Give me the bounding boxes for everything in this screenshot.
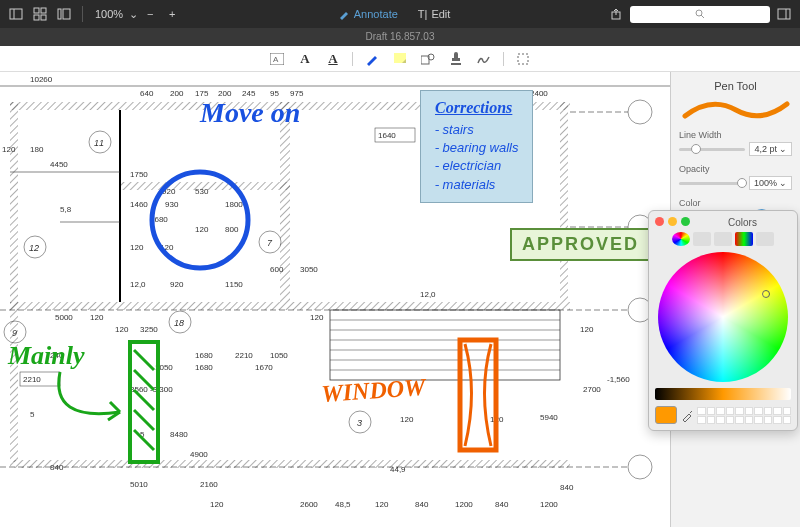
shapes-tool-icon[interactable] [419,50,437,68]
stamp-tool-icon[interactable] [447,50,465,68]
zoom-out-button[interactable]: − [140,4,160,24]
color-history-grid[interactable] [697,407,791,424]
svg-text:1640: 1640 [378,131,396,140]
approved-stamp[interactable]: APPROVED [510,228,651,261]
svg-text:2210: 2210 [235,351,253,360]
svg-text:1680: 1680 [195,351,213,360]
svg-text:18: 18 [174,318,184,328]
svg-text:840: 840 [415,500,429,509]
svg-text:1200: 1200 [455,500,473,509]
svg-text:120: 120 [2,145,16,154]
opacity-value[interactable]: 100%⌄ [749,176,792,190]
text-tool-icon[interactable]: A [296,50,314,68]
edit-tab[interactable]: T| Edit [410,6,459,22]
panel-toggle-icon[interactable] [774,4,794,24]
selection-tool-icon[interactable] [514,50,532,68]
svg-text:5010: 5010 [130,480,148,489]
color-wheel[interactable] [658,252,788,382]
svg-line-10 [701,15,704,18]
svg-text:640: 640 [140,89,154,98]
svg-text:200: 200 [170,89,184,98]
sliders-tab-icon[interactable] [693,232,711,246]
share-icon[interactable] [606,4,626,24]
document-title: Draft 16.857.03 [0,28,800,46]
svg-text:600: 600 [270,265,284,274]
move-on-annotation[interactable]: Move on [199,97,300,128]
minimize-icon[interactable] [668,217,677,226]
svg-text:1150: 1150 [225,280,243,289]
colorpicker-tabs [655,232,791,246]
svg-text:3250: 3250 [140,325,158,334]
text-box-icon[interactable]: A [268,50,286,68]
svg-text:920: 920 [170,280,184,289]
svg-text:3: 3 [357,418,362,428]
svg-text:1460: 1460 [130,200,148,209]
svg-text:840: 840 [50,463,64,472]
note-title: Corrections [435,99,518,117]
current-color-swatch[interactable] [655,406,677,424]
svg-text:2210: 2210 [23,375,41,384]
svg-text:8480: 8480 [170,430,188,439]
svg-text:840: 840 [560,483,574,492]
text-cursor-icon: T| [418,8,428,20]
zoom-in-button[interactable]: + [162,4,182,24]
svg-text:120: 120 [130,243,144,252]
signature-tool-icon[interactable] [475,50,493,68]
pen-tool-icon[interactable] [363,50,381,68]
zoom-icon[interactable] [681,217,690,226]
svg-text:10260: 10260 [30,75,53,84]
svg-text:48,5: 48,5 [335,500,351,509]
color-picker-window[interactable]: Colors [648,210,798,431]
chevron-down-icon[interactable]: ⌄ [129,8,138,21]
note-tool-icon[interactable] [391,50,409,68]
svg-text:120: 120 [90,313,104,322]
note-item: - stairs [435,121,518,139]
svg-text:120: 120 [195,225,209,234]
palette-tab-icon[interactable] [714,232,732,246]
pencils-tab-icon[interactable] [756,232,774,246]
chevron-down-icon: ⌄ [779,178,787,188]
close-icon[interactable] [655,217,664,226]
svg-text:120: 120 [310,313,324,322]
mainly-annotation[interactable]: Mainly [7,341,85,370]
wheel-tab-icon[interactable] [672,232,690,246]
svg-rect-18 [518,54,528,64]
svg-text:120: 120 [115,325,129,334]
svg-text:1680: 1680 [195,363,213,372]
svg-text:44,9: 44,9 [390,465,406,474]
svg-text:530: 530 [195,187,209,196]
svg-text:5,8: 5,8 [60,205,72,214]
line-width-slider[interactable] [679,148,745,151]
svg-text:3560: 3560 [130,385,148,394]
opacity-slider[interactable] [679,182,745,185]
svg-text:5: 5 [30,410,35,419]
spectrum-tab-icon[interactable] [735,232,753,246]
brightness-slider[interactable] [655,388,791,400]
grid-view-icon[interactable] [30,4,50,24]
eyedropper-icon[interactable] [681,408,693,422]
thumbnails-icon[interactable] [54,4,74,24]
color-cursor[interactable] [762,290,770,298]
line-width-value[interactable]: 4,2 pt⌄ [749,142,792,156]
search-input[interactable] [630,6,770,23]
svg-rect-6 [58,9,61,19]
svg-rect-5 [41,15,46,20]
corrections-note[interactable]: Corrections - stairs - bearing walls - e… [420,90,533,203]
underline-text-icon[interactable]: A [324,50,342,68]
zoom-value[interactable]: 100% [91,8,127,20]
line-width-label: Line Width [679,130,792,140]
annotate-tab[interactable]: Annotate [330,6,406,22]
opacity-label: Opacity [679,164,792,174]
note-item: - bearing walls [435,139,518,157]
svg-rect-0 [10,9,22,19]
svg-text:180: 180 [30,145,44,154]
svg-text:A: A [273,55,279,64]
svg-text:840: 840 [495,500,509,509]
svg-text:1800: 1800 [225,200,243,209]
sidebar-toggle-icon[interactable] [6,4,26,24]
svg-text:9: 9 [12,328,17,338]
svg-rect-35 [10,302,570,310]
svg-text:-1,560: -1,560 [607,375,630,384]
document-canvas[interactable]: 10260 640 200 175 200 245 95 975 2400 11… [0,72,670,527]
svg-text:1200: 1200 [540,500,558,509]
